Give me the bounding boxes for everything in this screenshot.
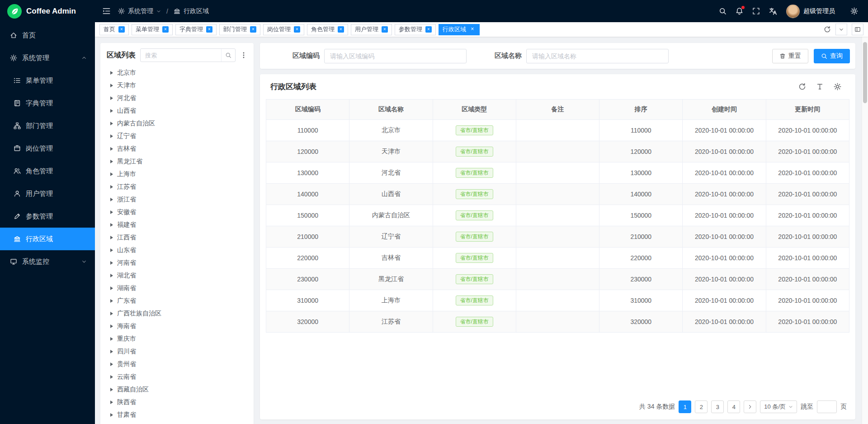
- expand-arrow-icon[interactable]: [110, 324, 113, 328]
- chevron-down-icon[interactable]: [156, 9, 161, 14]
- sidebar-item-param-management[interactable]: 参数管理: [0, 205, 95, 228]
- sidebar-item-user-management[interactable]: 用户管理: [0, 182, 95, 205]
- tree-node[interactable]: 河北省: [107, 92, 247, 105]
- table-row[interactable]: 210000 辽宁省 省市/直辖市 210000 2020-10-01 00:0…: [266, 226, 849, 248]
- tree-node[interactable]: 黑龙江省: [107, 155, 247, 168]
- tree-node[interactable]: 山西省: [107, 105, 247, 117]
- tree-node[interactable]: 贵州省: [107, 358, 247, 371]
- expand-arrow-icon[interactable]: [110, 362, 113, 366]
- expand-arrow-icon[interactable]: [110, 71, 113, 75]
- more-options-icon[interactable]: [240, 52, 247, 59]
- tab-close-icon[interactable]: ×: [294, 26, 300, 33]
- tree-node[interactable]: 云南省: [107, 371, 247, 383]
- expand-arrow-icon[interactable]: [110, 388, 113, 391]
- sidebar-item-post-management[interactable]: 岗位管理: [0, 137, 95, 160]
- page-button[interactable]: 1: [679, 400, 691, 413]
- table-row[interactable]: 230000 黑龙江省 省市/直辖市 230000 2020-10-01 00:…: [266, 269, 849, 290]
- tab[interactable]: 菜单管理 ×: [132, 24, 173, 35]
- tab[interactable]: 首页 ×: [99, 24, 129, 35]
- scrollbar-thumb[interactable]: [863, 42, 867, 103]
- search-icon[interactable]: [719, 7, 726, 15]
- tree-node[interactable]: 海南省: [107, 320, 247, 333]
- fullscreen-icon[interactable]: [752, 7, 760, 15]
- page-button[interactable]: 4: [727, 400, 740, 413]
- tree-node[interactable]: 西藏自治区: [107, 383, 247, 396]
- tree-node[interactable]: 甘肃省: [107, 409, 247, 421]
- expand-arrow-icon[interactable]: [110, 147, 113, 151]
- tree-node[interactable]: 江西省: [107, 231, 247, 244]
- reset-button[interactable]: 重置: [772, 49, 808, 63]
- expand-arrow-icon[interactable]: [110, 400, 113, 404]
- tab[interactable]: 部门管理 ×: [219, 24, 260, 35]
- tree-node[interactable]: 上海市: [107, 168, 247, 181]
- region-name-input[interactable]: [526, 49, 669, 63]
- tab[interactable]: 用户管理 ×: [351, 24, 392, 35]
- expand-arrow-icon[interactable]: [110, 160, 113, 163]
- table-row[interactable]: 140000 山西省 省市/直辖市 140000 2020-10-01 00:0…: [266, 184, 849, 205]
- notification-bell-icon[interactable]: [736, 7, 743, 15]
- tab[interactable]: 参数管理 ×: [395, 24, 436, 35]
- expand-arrow-icon[interactable]: [110, 299, 113, 303]
- jump-page-input[interactable]: [817, 400, 837, 413]
- expand-arrow-icon[interactable]: [110, 109, 113, 113]
- table-row[interactable]: 150000 内蒙古自治区 省市/直辖市 150000 2020-10-01 0…: [266, 205, 849, 226]
- tab-close-icon[interactable]: ×: [206, 26, 212, 33]
- expand-arrow-icon[interactable]: [110, 261, 113, 265]
- breadcrumb-root[interactable]: 系统管理: [128, 7, 153, 15]
- expand-arrow-icon[interactable]: [110, 236, 113, 239]
- search-icon[interactable]: [221, 49, 235, 62]
- table-row[interactable]: 220000 吉林省 省市/直辖市 220000 2020-10-01 00:0…: [266, 248, 849, 269]
- table-row[interactable]: 310000 上海市 省市/直辖市 310000 2020-10-01 00:0…: [266, 290, 849, 311]
- tab-close-icon[interactable]: ×: [425, 26, 432, 33]
- search-button[interactable]: 查询: [814, 49, 850, 63]
- tree-node[interactable]: 福建省: [107, 219, 247, 231]
- page-button[interactable]: 2: [695, 400, 708, 413]
- tab-close-icon[interactable]: ×: [250, 26, 256, 33]
- tree-node[interactable]: 江苏省: [107, 181, 247, 193]
- expand-arrow-icon[interactable]: [110, 134, 113, 138]
- column-settings-gear-icon[interactable]: [834, 83, 841, 91]
- table-row[interactable]: 130000 河北省 省市/直辖市 130000 2020-10-01 00:0…: [266, 162, 849, 184]
- tree-node[interactable]: 辽宁省: [107, 130, 247, 143]
- expand-arrow-icon[interactable]: [110, 286, 113, 290]
- tab-actions-dropdown[interactable]: [835, 24, 847, 35]
- sidebar-item-dict-management[interactable]: 字典管理: [0, 92, 95, 114]
- tree-node[interactable]: 浙江省: [107, 193, 247, 206]
- expand-arrow-icon[interactable]: [110, 274, 113, 277]
- expand-arrow-icon[interactable]: [110, 210, 113, 214]
- settings-gear-icon[interactable]: [850, 7, 858, 15]
- expand-arrow-icon[interactable]: [110, 122, 113, 125]
- sidebar-item-region[interactable]: 行政区域: [0, 228, 95, 250]
- sidebar-collapse-icon[interactable]: [102, 7, 111, 15]
- expand-arrow-icon[interactable]: [110, 337, 113, 341]
- tab-close-icon[interactable]: ×: [338, 26, 344, 33]
- expand-arrow-icon[interactable]: [110, 350, 113, 353]
- page-button[interactable]: 3: [711, 400, 724, 413]
- table-row[interactable]: 110000 北京市 省市/直辖市 110000 2020-10-01 00:0…: [266, 120, 849, 141]
- tree-node[interactable]: 吉林省: [107, 143, 247, 155]
- region-code-input[interactable]: [324, 49, 467, 63]
- expand-arrow-icon[interactable]: [110, 248, 113, 252]
- expand-arrow-icon[interactable]: [110, 172, 113, 176]
- tab[interactable]: 行政区域 ×: [439, 24, 480, 35]
- user-menu[interactable]: 超级管理员: [786, 5, 835, 18]
- tree-node[interactable]: 山东省: [107, 244, 247, 257]
- sidebar-item-menu-management[interactable]: 菜单管理: [0, 69, 95, 92]
- expand-arrow-icon[interactable]: [110, 198, 113, 201]
- tab-close-icon[interactable]: ×: [382, 26, 388, 33]
- sidebar-item-dept-management[interactable]: 部门管理: [0, 114, 95, 137]
- table-row[interactable]: 320000 江苏省 省市/直辖市 320000 2020-10-01 00:0…: [266, 311, 849, 333]
- tree-node[interactable]: 湖南省: [107, 282, 247, 295]
- expand-arrow-icon[interactable]: [110, 84, 113, 87]
- page-size-select[interactable]: 10 条/页: [760, 400, 797, 413]
- sidebar-item-system-monitor[interactable]: 系统监控: [0, 250, 95, 273]
- expand-arrow-icon[interactable]: [110, 185, 113, 189]
- refresh-icon[interactable]: [798, 83, 806, 91]
- expand-arrow-icon[interactable]: [110, 96, 113, 100]
- app-logo[interactable]: Coffee Admin: [0, 0, 95, 22]
- tree-node[interactable]: 四川省: [107, 345, 247, 358]
- tree-node[interactable]: 天津市: [107, 79, 247, 92]
- tree-node[interactable]: 重庆市: [107, 333, 247, 345]
- tree-node[interactable]: 北京市: [107, 67, 247, 79]
- table-row[interactable]: 120000 天津市 省市/直辖市 120000 2020-10-01 00:0…: [266, 141, 849, 162]
